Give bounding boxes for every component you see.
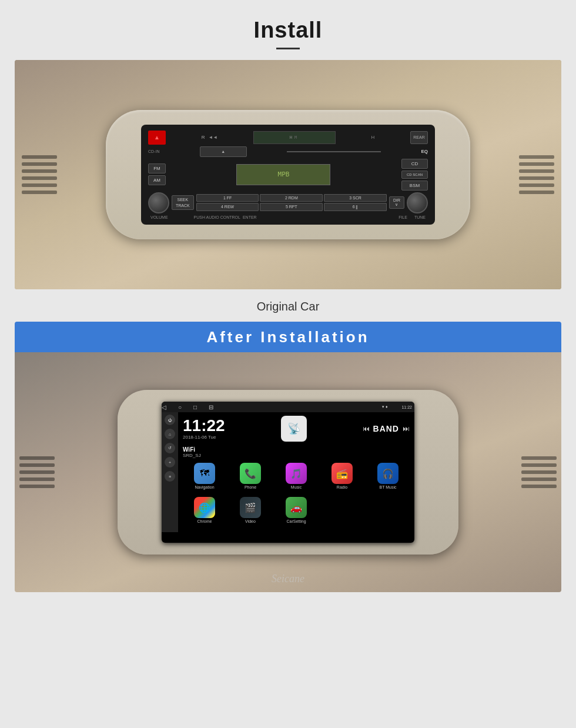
app-item-chrome: 🌐Chrome xyxy=(183,497,226,529)
app-icon-navigation: 🗺 xyxy=(194,463,215,484)
app-label-carsetting: CarSetting xyxy=(286,519,306,523)
app-label-bt-music: BT Music xyxy=(379,485,396,489)
tune-label: TUNE xyxy=(414,215,426,219)
new-stereo-wrapper: ◁ ○ □ ⊟ ▾ ♦ 11:22 ⏻ ⌂ ↺ + ≡ xyxy=(118,390,458,555)
android-content: ⏻ ⌂ ↺ + ≡ 11:22 2018-11-0 xyxy=(162,412,414,532)
app-label-phone: Phone xyxy=(245,485,256,489)
after-banner: After Installation xyxy=(15,322,561,352)
rear-button: REAR xyxy=(410,131,428,144)
clock-display: 11:22 2018-11-06 Tue xyxy=(183,418,225,440)
app-item-radio: 📻Radio xyxy=(320,463,364,495)
tune-knob xyxy=(407,192,428,213)
app-icon-bt-music: 🎧 xyxy=(377,463,398,484)
number-buttons: 1 FF2 RDM3 SCR 4 REW5 RPT6 ‖ xyxy=(196,194,387,211)
app-label-navigation: Navigation xyxy=(195,485,214,489)
app-label-music: Music xyxy=(291,485,302,489)
vol-down-btn: ≡ xyxy=(165,471,175,482)
after-installation-image: After Installation ◁ ○ □ ⊟ ▾ ♦ 11:22 xyxy=(15,322,561,592)
app-item-navigation: 🗺Navigation xyxy=(183,463,226,495)
wifi-network: SRD_SJ xyxy=(183,453,410,458)
app-icon-carsetting: 🚗 xyxy=(286,497,307,518)
app-label-video: Video xyxy=(245,519,256,523)
main-display: MPB xyxy=(236,164,330,185)
app-grid: 🗺Navigation📞Phone🎵Music📻Radio🎧BT Music🌐C… xyxy=(180,462,412,530)
after-right-vent xyxy=(521,456,557,488)
cd-scan-button: CD SCAN xyxy=(401,171,428,179)
dir-button: DIR∨ xyxy=(389,196,404,209)
file-label: FILE xyxy=(398,215,407,219)
page-title: Install xyxy=(254,18,323,43)
app-icon-video: 🎬 xyxy=(240,497,261,518)
android-sidebar: ⏻ ⌂ ↺ + ≡ xyxy=(162,412,178,532)
app-item-music: 🎵Music xyxy=(274,463,318,495)
clock-band-row: 11:22 2018-11-06 Tue 📡 ⏮ xyxy=(180,415,412,443)
app-item-phone: 📞Phone xyxy=(229,463,272,495)
after-left-vent xyxy=(19,456,55,488)
hazard-button: ▲ xyxy=(148,131,166,145)
status-icons: ▾ ♦ xyxy=(382,405,388,409)
fm-button: FM xyxy=(148,163,166,173)
volume-knob xyxy=(148,192,169,213)
original-car-label: Original Car xyxy=(257,300,320,313)
radio-panel: ▲ R ◄◄ H M H REAR CD-IN ▲ xyxy=(141,125,435,225)
left-vent xyxy=(22,155,57,194)
power-btn: ⏻ xyxy=(165,415,175,425)
android-screen: ◁ ○ □ ⊟ ▾ ♦ 11:22 ⏻ ⌂ ↺ + ≡ xyxy=(162,402,414,543)
audio-control-label: PUSH AUDIO CONTROL xyxy=(194,215,240,219)
next-band-icon: ⏭ xyxy=(403,425,410,433)
radio-icon: 📡 xyxy=(281,416,307,442)
app-icon-chrome: 🌐 xyxy=(194,497,215,518)
status-time: 11:22 xyxy=(401,405,412,409)
back-sidebar-btn: ↺ xyxy=(165,443,175,453)
enter-label: ENTER xyxy=(243,215,257,219)
app-item-carsetting: 🚗CarSetting xyxy=(274,497,318,529)
band-label: BAND xyxy=(373,424,399,433)
app-icon-music: 🎵 xyxy=(286,463,307,484)
prev-band-icon: ⏮ xyxy=(363,425,370,433)
after-car-scene: ◁ ○ □ ⊟ ▾ ♦ 11:22 ⏻ ⌂ ↺ + ≡ xyxy=(15,352,561,592)
right-vent xyxy=(519,155,554,194)
app-icon-radio: 📻 xyxy=(331,463,353,484)
app-icon-phone: 📞 xyxy=(240,463,261,484)
home-sidebar-btn: ⌂ xyxy=(165,429,175,439)
after-banner-text: After Installation xyxy=(206,328,369,346)
app-item-bt-music: 🎧BT Music xyxy=(366,463,410,495)
original-car-image: ▲ R ◄◄ H M H REAR CD-IN ▲ xyxy=(15,60,561,289)
clock-time: 11:22 xyxy=(183,418,225,434)
app-item-video: 🎬Video xyxy=(229,497,272,529)
title-divider xyxy=(276,48,300,49)
vol-up-btn: + xyxy=(165,457,175,467)
seek-track-button: SEEKTRACK xyxy=(172,195,194,209)
wifi-name: WiFi xyxy=(183,446,410,453)
watermark: Seicane xyxy=(272,573,304,585)
app-label-radio: Radio xyxy=(337,485,347,489)
cd-button: CD xyxy=(401,159,428,169)
back-icon: ◁ xyxy=(162,404,166,410)
bsm-button: BSM xyxy=(401,181,428,191)
am-button: AM xyxy=(148,175,166,185)
top-display: H M xyxy=(253,131,336,144)
radio-panel-wrapper: ▲ R ◄◄ H M H REAR CD-IN ▲ xyxy=(106,110,470,239)
android-main-area: 11:22 2018-11-06 Tue 📡 ⏮ xyxy=(178,412,414,532)
wifi-info: WiFi SRD_SJ xyxy=(180,445,412,459)
home-icon: ○ xyxy=(178,404,182,410)
eject-button: ▲ xyxy=(200,146,247,157)
clock-date: 2018-11-06 Tue xyxy=(183,435,225,440)
recents-icon: □ xyxy=(193,404,197,410)
android-nav-bar: ◁ ○ □ ⊟ ▾ ♦ 11:22 xyxy=(162,402,414,412)
band-controls: ⏮ BAND ⏭ xyxy=(363,424,410,433)
menu-icon: ⊟ xyxy=(209,404,213,410)
volume-label: VOLUME xyxy=(150,215,168,219)
app-label-chrome: Chrome xyxy=(197,519,212,523)
